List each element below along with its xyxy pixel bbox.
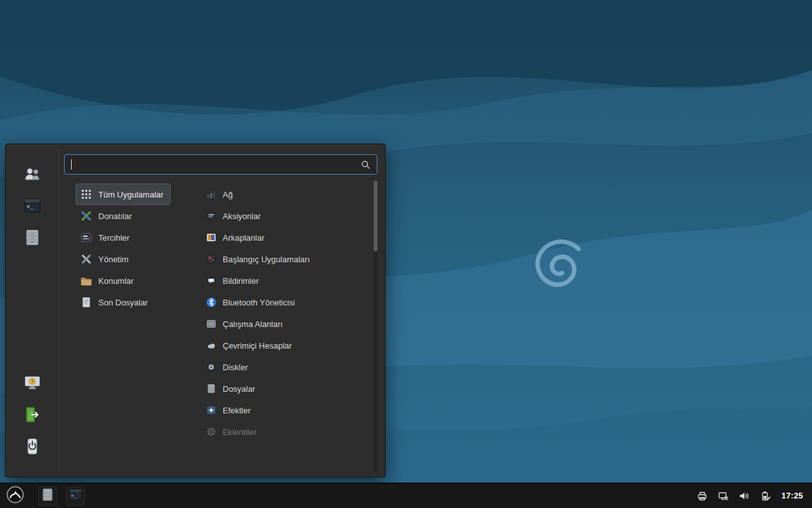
svg-text:>_: >_ bbox=[71, 493, 77, 498]
files-icon bbox=[206, 383, 217, 394]
category-label: Tercihler bbox=[98, 233, 129, 243]
app-bluetooth-manager[interactable]: Bluetooth Yöneticisi bbox=[201, 291, 366, 313]
network-offline-icon[interactable] bbox=[717, 490, 729, 502]
category-administration[interactable]: Yönetim bbox=[75, 248, 171, 270]
category-all-applications[interactable]: Tüm Uygulamalar bbox=[75, 184, 171, 205]
launcher-terminal[interactable]: >_ bbox=[66, 486, 85, 505]
launcher-file-manager[interactable] bbox=[38, 486, 57, 505]
online-accounts-icon bbox=[206, 340, 217, 351]
search-field[interactable] bbox=[64, 154, 377, 175]
all-applications-icon bbox=[80, 188, 93, 201]
favorite-users-button[interactable] bbox=[20, 165, 45, 185]
printer-icon[interactable] bbox=[697, 490, 708, 502]
desktop: >_ bbox=[0, 0, 812, 508]
menu-logo-icon bbox=[6, 485, 25, 507]
app-disks[interactable]: Diskler bbox=[201, 356, 366, 378]
category-label: Son Dosyalar bbox=[98, 298, 148, 307]
menu-main: Tüm Uygulamalar Donatılar bbox=[59, 144, 385, 477]
app-label: Diskler bbox=[223, 363, 248, 372]
application-menu: >_ bbox=[5, 144, 386, 478]
app-workspaces[interactable]: Çalışma Alanları bbox=[201, 313, 366, 335]
app-label: Eklentiler bbox=[223, 427, 256, 437]
actions-icon bbox=[206, 210, 217, 222]
bluetooth-icon bbox=[206, 297, 217, 308]
category-label: Yönetim bbox=[98, 255, 129, 264]
scrollbar-thumb[interactable] bbox=[374, 180, 377, 251]
app-list-scrollbar bbox=[374, 180, 377, 472]
app-label: Başlangıç Uygulamaları bbox=[223, 255, 310, 264]
category-places[interactable]: Konumlar bbox=[75, 270, 171, 291]
clock[interactable]: 17:25 bbox=[782, 491, 803, 500]
app-label: Bluetooth Yöneticisi bbox=[223, 298, 295, 307]
lock-screen-button[interactable] bbox=[20, 374, 45, 394]
category-preferences[interactable]: Tercihler bbox=[75, 227, 171, 248]
backgrounds-icon bbox=[206, 232, 217, 243]
app-backgrounds[interactable]: Arkaplanlar bbox=[201, 227, 366, 248]
search-icon bbox=[361, 160, 370, 170]
app-label: Bildirimler bbox=[223, 276, 259, 286]
accessories-icon bbox=[80, 210, 93, 222]
places-icon bbox=[80, 274, 93, 287]
category-accessories[interactable]: Donatılar bbox=[75, 205, 171, 227]
app-label: Çevrimiçi Hesaplar bbox=[223, 341, 292, 351]
terminal-icon: >_ bbox=[23, 196, 42, 218]
app-files[interactable]: Dosyalar bbox=[201, 378, 366, 399]
lock-screen-icon bbox=[23, 373, 42, 395]
app-notifications[interactable]: Bildirimler bbox=[201, 270, 366, 291]
app-label: Arkaplanlar bbox=[223, 233, 265, 243]
recent-files-icon bbox=[80, 296, 93, 309]
app-label: Çalışma Alanları bbox=[223, 319, 283, 329]
logout-button[interactable] bbox=[20, 406, 45, 426]
svg-text:>_: >_ bbox=[27, 203, 34, 210]
favorite-terminal-button[interactable]: >_ bbox=[20, 197, 45, 217]
category-label: Konumlar bbox=[98, 276, 134, 286]
users-icon bbox=[23, 164, 42, 186]
app-effects[interactable]: Efektler bbox=[201, 399, 366, 421]
battery-icon[interactable] bbox=[759, 490, 771, 502]
app-label: Dosyalar bbox=[223, 384, 255, 394]
text-caret bbox=[71, 159, 72, 170]
app-label: Ağ bbox=[223, 190, 233, 199]
shutdown-icon bbox=[23, 437, 42, 458]
workspaces-icon bbox=[206, 318, 217, 330]
volume-icon[interactable] bbox=[738, 490, 750, 502]
application-list: Ağ Aksiyonlar bbox=[201, 184, 366, 471]
session-buttons bbox=[20, 374, 45, 458]
startup-applications-icon bbox=[206, 253, 217, 265]
favorite-file-manager-button[interactable] bbox=[20, 229, 45, 249]
app-network[interactable]: Ağ bbox=[201, 184, 366, 205]
menu-button[interactable] bbox=[5, 486, 25, 506]
terminal-icon: >_ bbox=[68, 487, 83, 505]
system-tray: 17:25 bbox=[697, 490, 807, 502]
extensions-icon bbox=[206, 426, 217, 438]
disks-icon bbox=[206, 361, 217, 373]
network-icon bbox=[206, 189, 217, 200]
file-cabinet-icon bbox=[23, 228, 42, 250]
app-label: Aksiyonlar bbox=[223, 211, 261, 221]
taskbar-panel: >_ bbox=[0, 483, 812, 508]
effects-icon bbox=[206, 404, 217, 416]
category-label: Donatılar bbox=[98, 211, 132, 221]
notifications-icon bbox=[206, 275, 217, 286]
app-extensions[interactable]: Eklentiler bbox=[201, 421, 366, 443]
logout-icon bbox=[23, 405, 42, 427]
menu-sidebar: >_ bbox=[6, 144, 59, 477]
shutdown-button[interactable] bbox=[20, 438, 45, 458]
app-online-accounts[interactable]: Çevrimiçi Hesaplar bbox=[201, 335, 366, 356]
preferences-icon bbox=[80, 231, 93, 244]
file-cabinet-icon bbox=[40, 487, 55, 505]
administration-icon bbox=[80, 253, 93, 265]
app-label: Efektler bbox=[223, 406, 251, 415]
category-list: Tüm Uygulamalar Donatılar bbox=[75, 184, 171, 471]
app-startup-applications[interactable]: Başlangıç Uygulamaları bbox=[201, 248, 366, 270]
search-input[interactable] bbox=[73, 160, 361, 170]
category-label: Tüm Uygulamalar bbox=[98, 190, 164, 199]
app-actions[interactable]: Aksiyonlar bbox=[201, 205, 366, 227]
menu-columns: Tüm Uygulamalar Donatılar bbox=[64, 184, 377, 471]
category-recent-files[interactable]: Son Dosyalar bbox=[75, 291, 171, 313]
